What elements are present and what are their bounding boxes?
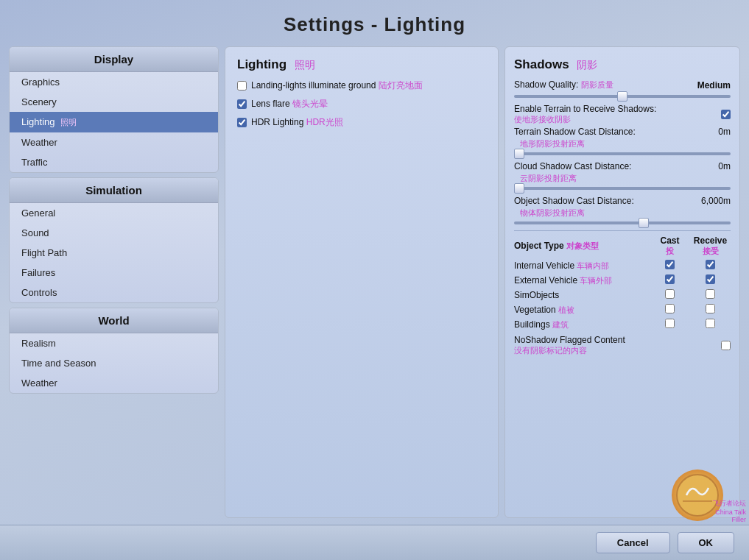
terrain-cast-label: Terrain Shadow Cast Distance: [514, 127, 710, 137]
sidebar-item-controls[interactable]: Controls [10, 283, 218, 302]
logo-text: 飞行者论坛 China Talk Filler [710, 497, 749, 525]
table-row: SimObjects [514, 288, 731, 302]
enable-terrain-checkbox[interactable] [721, 110, 731, 119]
buildings-cast[interactable] [665, 319, 675, 328]
lighting-panel: Lighting 照明 Landing-lights illuminate gr… [225, 46, 499, 518]
enable-terrain-row: Enable Terrain to Receive Shadows: 使地形接收… [514, 104, 731, 125]
cloud-cast-value: 0m [710, 161, 731, 171]
no-shadow-label: NoShadow Flagged Content 没有阴影标记的内容 [514, 335, 721, 356]
landing-lights-checkbox[interactable] [237, 81, 247, 91]
table-row: Buildings 建筑 [514, 317, 731, 332]
table-row: External Vehicle 车辆外部 [514, 273, 731, 288]
shadow-quality-row: Shadow Quality: 阴影质量 Medium [514, 79, 731, 91]
terrain-cast-zh: 地形阴影投射距离 [520, 138, 731, 149]
sidebar: Display Graphics Scenery Lighting 照明 Wea… [9, 46, 219, 518]
hdr-lighting-checkbox[interactable] [237, 118, 247, 127]
shadow-quality-value: Medium [697, 80, 731, 91]
ok-button[interactable]: OK [678, 532, 735, 553]
sidebar-item-realism[interactable]: Realism [10, 333, 218, 353]
separator [514, 230, 731, 231]
landing-lights-row: Landing-lights illuminate ground 陆灯亮地面 [237, 79, 486, 92]
hdr-lighting-row: HDR Lighting HDR光照 [237, 116, 486, 129]
cloud-cast-label: Cloud Shadow Cast Distance: [514, 161, 710, 171]
external-vehicle-recv[interactable] [706, 274, 715, 284]
external-vehicle-cast[interactable] [665, 274, 675, 284]
sidebar-item-time-season[interactable]: Time and Season [10, 353, 218, 373]
shadows-panel: Shadows 阴影 Shadow Quality: 阴影质量 Medium E… [504, 46, 740, 518]
table-row: Internal Vehicle 车辆内部 [514, 258, 731, 273]
sidebar-header-display: Display [10, 47, 218, 72]
lighting-panel-title: Lighting 照明 [237, 57, 486, 72]
sidebar-item-general[interactable]: General [10, 203, 218, 223]
terrain-cast-slider[interactable] [514, 152, 731, 155]
simobjects-cast[interactable] [665, 289, 675, 299]
landing-lights-label: Landing-lights illuminate ground 陆灯亮地面 [251, 79, 423, 92]
shadow-quality-slider[interactable] [514, 95, 731, 98]
hdr-lighting-label: HDR Lighting HDR光照 [251, 116, 343, 129]
table-row: Vegetation 植被 [514, 302, 731, 317]
sidebar-item-graphics[interactable]: Graphics [10, 72, 218, 92]
buildings-recv[interactable] [706, 319, 715, 328]
lens-flare-row: Lens flare 镜头光晕 [237, 98, 486, 110]
object-cast-slider[interactable] [514, 221, 731, 224]
object-cast-zh: 物体阴影投射距离 [520, 208, 731, 219]
vegetation-cast[interactable] [665, 304, 675, 313]
page-title: Settings - Lighting [0, 0, 749, 46]
bottom-bar: Cancel OK [0, 525, 749, 560]
object-type-table: Object Type 对象类型 Cast 投 Receive 接受 Inter… [514, 235, 731, 356]
sidebar-item-failures[interactable]: Failures [10, 263, 218, 283]
lens-flare-checkbox[interactable] [237, 99, 247, 109]
sidebar-item-traffic[interactable]: Traffic [10, 152, 218, 172]
table-row: NoShadow Flagged Content 没有阴影标记的内容 [514, 335, 731, 356]
shadows-panel-title: Shadows 阴影 [514, 57, 731, 72]
shadow-quality-thumb[interactable] [617, 91, 627, 102]
vegetation-recv[interactable] [706, 304, 715, 313]
sidebar-item-weather[interactable]: Weather [10, 132, 218, 152]
sidebar-item-lighting[interactable]: Lighting 照明 [10, 112, 218, 132]
object-cast-value: 6,000m [701, 196, 731, 206]
sidebar-item-scenery[interactable]: Scenery [10, 92, 218, 112]
sidebar-section-simulation: Simulation General Sound Flight Path Fai… [9, 177, 219, 303]
cloud-cast-zh: 云阴影投射距离 [520, 173, 731, 184]
sidebar-header-world: World [10, 308, 218, 333]
lens-flare-label: Lens flare 镜头光晕 [251, 98, 328, 110]
sidebar-section-display: Display Graphics Scenery Lighting 照明 Wea… [9, 46, 219, 173]
sidebar-header-simulation: Simulation [10, 178, 218, 203]
terrain-cast-distance-row: Terrain Shadow Cast Distance: 0m [514, 127, 731, 137]
internal-vehicle-cast[interactable] [665, 260, 675, 269]
simobjects-recv[interactable] [706, 289, 715, 299]
noshadow-checkbox[interactable] [721, 341, 731, 350]
terrain-cast-thumb[interactable] [514, 149, 524, 159]
sidebar-item-world-weather[interactable]: Weather [10, 373, 218, 393]
cloud-cast-slider[interactable] [514, 187, 731, 190]
enable-terrain-label: Enable Terrain to Receive Shadows: 使地形接收… [514, 104, 721, 125]
cancel-button[interactable]: Cancel [596, 532, 670, 553]
sidebar-item-sound[interactable]: Sound [10, 223, 218, 243]
object-cast-label: Object Shadow Cast Distance: [514, 196, 701, 206]
sidebar-item-flight-path[interactable]: Flight Path [10, 243, 218, 263]
internal-vehicle-recv[interactable] [706, 260, 715, 269]
terrain-cast-value: 0m [710, 127, 731, 137]
cloud-cast-distance-row: Cloud Shadow Cast Distance: 0m [514, 161, 731, 171]
object-cast-thumb[interactable] [639, 218, 649, 228]
sidebar-section-world: World Realism Time and Season Weather [9, 308, 219, 394]
object-cast-distance-row: Object Shadow Cast Distance: 6,000m [514, 196, 731, 206]
object-type-header-row: Object Type 对象类型 Cast 投 Receive 接受 [514, 235, 731, 257]
cloud-cast-thumb[interactable] [514, 183, 524, 194]
